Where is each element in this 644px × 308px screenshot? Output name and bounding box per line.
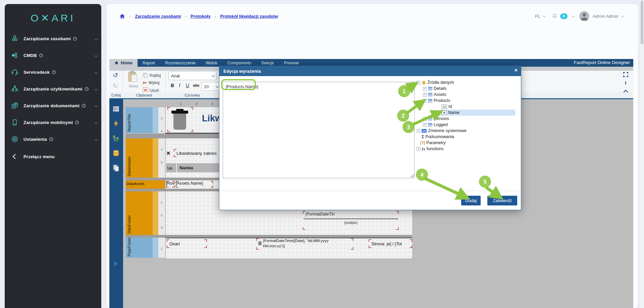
page-footer-left-object[interactable]: Oxari bbox=[167, 239, 207, 248]
page-scrollbar[interactable] bbox=[640, 0, 644, 308]
breadcrumb-link-zasoby[interactable]: Zarządzanie zasobami bbox=[135, 14, 181, 19]
cmdb-icon bbox=[11, 51, 19, 59]
chevron-down-icon bbox=[572, 14, 575, 17]
tree-item-logged[interactable]: + Logged bbox=[417, 122, 517, 128]
pages-icon[interactable] bbox=[112, 164, 120, 172]
expand-icon[interactable]: + bbox=[417, 147, 420, 151]
font-size-select[interactable]: 10 bbox=[201, 82, 221, 91]
tree-item-zmienne-systemowe[interactable]: + var Zmienne systemowe bbox=[417, 128, 517, 134]
bold-button[interactable]: B bbox=[171, 83, 174, 88]
font-family-select[interactable]: Arial bbox=[168, 71, 217, 80]
bell-icon[interactable] bbox=[552, 13, 557, 19]
avatar[interactable] bbox=[579, 11, 589, 21]
person-icon bbox=[579, 11, 589, 21]
band-report-title[interactable]: ReportTitle bbox=[126, 107, 153, 133]
tree-item-parametry[interactable]: [?] Parametry bbox=[417, 140, 517, 146]
tab-home[interactable]: Home bbox=[109, 59, 138, 67]
structure-icon[interactable] bbox=[112, 135, 120, 142]
data-header-text-object[interactable]: Likwidowany zakres bbox=[174, 149, 225, 157]
band-data-footer[interactable]: DataFooter bbox=[126, 191, 153, 235]
delete-label: Usuń bbox=[150, 88, 159, 93]
undo-icon[interactable]: ↺ bbox=[113, 71, 118, 79]
expand-icon[interactable]: + bbox=[423, 87, 427, 90]
breadcrumb-link-protokoly[interactable]: Protokoły bbox=[191, 14, 211, 19]
tab-rozmieszczenie[interactable]: Rozmieszczenie bbox=[160, 59, 201, 67]
page-footer-band-area[interactable]: Oxari [FormatDateTime([Date], "dd.MM.yyy… bbox=[165, 238, 413, 258]
italic-button[interactable]: I bbox=[179, 83, 180, 88]
row-number-cell[interactable]: [Rov bbox=[166, 181, 175, 188]
user-name[interactable]: Admin Admin bbox=[593, 14, 619, 19]
sidebar-item-label: Zarządzanie użytkownikami bbox=[23, 86, 83, 91]
tree-item-id[interactable]: 12 Id bbox=[417, 104, 517, 110]
redo-icon[interactable]: ↻ bbox=[113, 82, 118, 90]
tree-item-assets[interactable]: + Assets bbox=[417, 91, 517, 98]
tree-item-label: Products bbox=[434, 98, 450, 103]
breadcrumb-current[interactable]: Protokół likwidacji zasobów bbox=[220, 14, 278, 19]
band-page-footer[interactable]: PageFooter bbox=[126, 238, 153, 258]
collapse-icon[interactable]: − bbox=[423, 99, 427, 103]
band-data-header[interactable]: DataHeader bbox=[126, 138, 153, 178]
add-button[interactable]: Dodaj bbox=[461, 196, 481, 205]
sidebar-toggle-menu[interactable]: Przełącz menu bbox=[5, 148, 101, 165]
sidebar-item-label: Servicedesk bbox=[23, 70, 50, 75]
expand-icon[interactable]: + bbox=[423, 117, 427, 121]
tree-item-name[interactable]: A Name bbox=[417, 110, 517, 116]
tree-item-zrodla-danych[interactable]: − Źródła danych bbox=[417, 79, 517, 85]
footer-expression[interactable]: [FormatDateTin bbox=[306, 212, 335, 217]
fullscreen-icon[interactable] bbox=[623, 72, 628, 77]
breadcrumb-separator: › bbox=[215, 14, 216, 19]
copy-button[interactable]: Kopiuj bbox=[143, 73, 161, 78]
expand-icon[interactable]: + bbox=[417, 129, 420, 133]
font-family-value: Arial bbox=[171, 73, 180, 78]
events-icon[interactable] bbox=[112, 120, 120, 127]
sidebar-item-ustawienia[interactable]: Ustawienia bbox=[5, 131, 101, 147]
sidebar-item-cmdb[interactable]: CMDB bbox=[5, 47, 101, 64]
underline-button[interactable]: U bbox=[186, 83, 189, 88]
scrollbar-thumb[interactable] bbox=[641, 1, 643, 44]
signature-block[interactable]: [FormatDateTin (podpis) bbox=[303, 211, 399, 230]
sidebar-item-zarzadzanie-uzytkownikami[interactable]: Zarządzanie użytkownikami bbox=[5, 80, 101, 97]
assets-name-cell[interactable]: [Assets.Name] bbox=[176, 181, 213, 188]
expand-panel-icon[interactable] bbox=[112, 260, 120, 267]
tree-item-persons[interactable]: + Persons bbox=[417, 116, 517, 122]
band-data-assets[interactable]: DataAssets bbox=[126, 180, 165, 189]
expand-icon[interactable]: + bbox=[423, 93, 427, 97]
collapse-icon[interactable]: − bbox=[417, 81, 420, 84]
report-tree-icon[interactable] bbox=[112, 105, 120, 113]
tree-item-details[interactable]: + Details bbox=[417, 85, 517, 91]
sidebar-item-zarzadzanie-zasobami[interactable]: Zarządzanie zasobami bbox=[5, 30, 101, 47]
expression-input[interactable]: [Products.Name] bbox=[223, 82, 415, 178]
chevron-down-icon bbox=[212, 74, 215, 77]
variable-icon: var bbox=[422, 129, 427, 133]
tree-item-podsumowania[interactable]: Σ Podsumowania bbox=[417, 134, 517, 140]
tree-item-functions[interactable]: + ƒx functions bbox=[417, 146, 517, 152]
ruler-tick: 1 bbox=[173, 102, 189, 106]
expand-icon[interactable]: + bbox=[423, 123, 427, 127]
dialog-header[interactable]: Edycja wyrażenia × bbox=[219, 66, 521, 76]
info-icon[interactable]: i bbox=[625, 80, 626, 86]
page-footer-center-object[interactable]: [FormatDateTime([Date], "dd.MM.yyyy HH:m… bbox=[256, 238, 354, 250]
confirm-button[interactable]: Zatwierdź bbox=[487, 196, 517, 205]
column-header-lp[interactable]: Lp. bbox=[166, 163, 176, 172]
strikethrough-button[interactable]: abc bbox=[193, 83, 199, 88]
trash-image-object[interactable] bbox=[167, 107, 193, 132]
group-label-clipboard: Clipboard bbox=[123, 93, 165, 97]
tree-item-label: Name bbox=[448, 110, 459, 115]
band-label: ReportTitle bbox=[127, 109, 131, 132]
sidebar-item-servicedesk[interactable]: Servicedesk bbox=[5, 64, 101, 80]
cut-button[interactable]: ✂ Wytnij bbox=[143, 80, 159, 85]
data-source-icon[interactable] bbox=[112, 149, 120, 157]
sidebar-item-zarzadzanie-mobilnymi[interactable]: Zarządzanie mobilnymi bbox=[5, 114, 101, 131]
notification-badge[interactable]: 0 bbox=[560, 13, 568, 19]
fastreport-title: FastReport Online Designer bbox=[574, 60, 630, 65]
sidebar-item-zarzadzanie-dokumentami[interactable]: Zarządzanie dokumentami bbox=[5, 97, 101, 114]
resize-handle[interactable] bbox=[411, 174, 414, 178]
language-selector[interactable]: PL bbox=[535, 14, 540, 19]
close-icon[interactable]: × bbox=[515, 67, 518, 73]
paste-button[interactable]: Wklej bbox=[128, 71, 139, 88]
tree-item-products[interactable]: − Products bbox=[417, 98, 517, 104]
tab-raport[interactable]: Raport bbox=[138, 59, 160, 67]
sidebar-item-label: CMDB bbox=[23, 53, 37, 58]
page-footer-right-object[interactable]: Strona: je] / [Tot bbox=[369, 239, 412, 248]
home-icon[interactable] bbox=[119, 13, 125, 19]
